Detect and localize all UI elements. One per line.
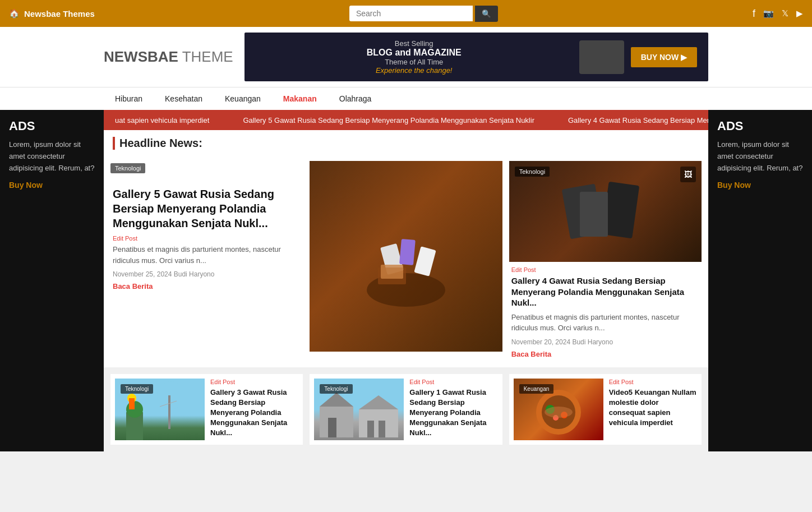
bottom-thumb-3: Keuangan	[514, 379, 603, 440]
main-layout: ADS Lorem, ipsum dolor sit amet consecte…	[0, 110, 812, 451]
banner-magazine: MAGAZINE	[413, 48, 461, 57]
brand-name: Newsbae Themes	[24, 9, 95, 19]
sidebar-right-buy-button[interactable]: Buy Now	[717, 181, 751, 190]
nav-makanan[interactable]: Makanan	[272, 87, 328, 110]
card1-author: Budi Haryono	[174, 270, 215, 278]
svg-rect-18	[328, 418, 336, 437]
card3-category: Teknologi	[515, 167, 550, 177]
top-bar: 🏠 Newsbae Themes 🔍 f 📷 𝕏 ▶	[0, 0, 812, 27]
card1-excerpt: Penatibus et magnis dis parturient monte…	[113, 244, 301, 266]
svg-marker-17	[320, 393, 353, 407]
sidebar-left-text: Lorem, ipsum dolor sit amet consectetur …	[9, 139, 95, 174]
bottom-edit-3[interactable]: Edit Post	[609, 379, 697, 385]
bottom-content-2: Edit Post Gallery 1 Gawat Rusia Sedang B…	[409, 379, 497, 439]
banner-main: BLOG and MAGAZINE	[256, 48, 573, 58]
logo-light: THEME	[178, 48, 233, 65]
bottom-img-1: Teknologi	[115, 379, 205, 440]
svg-rect-2	[399, 239, 416, 265]
card1-read-more[interactable]: Baca Berita	[113, 282, 153, 290]
logo: NEWSBAE THEME	[104, 48, 233, 66]
bottom-edit-1[interactable]: Edit Post	[210, 379, 298, 385]
card3-body: Edit Post Gallery 4 Gawat Rusia Sedang B…	[509, 262, 702, 361]
sidebar-left-buy-button[interactable]: Buy Now	[9, 181, 43, 190]
bottom-img-3: Keuangan	[514, 379, 603, 440]
svg-point-9	[157, 381, 185, 409]
card1-title: Gallery 5 Gawat Rusia Sedang Bersiap Men…	[113, 187, 301, 230]
sidebar-right: ADS Lorem, ipsum dolor sit amet consecte…	[708, 110, 812, 451]
news-card-1: Teknologi Gallery 5 Gawat Rusia Sedang B…	[110, 161, 303, 361]
bottom-edit-2[interactable]: Edit Post	[409, 379, 497, 385]
facebook-icon[interactable]: f	[753, 8, 755, 20]
card3-image: Teknologi 🖼	[509, 161, 702, 262]
ticker-item-1: uat sapien vehicula imperdiet	[115, 116, 209, 124]
search-button[interactable]: 🔍	[475, 6, 498, 22]
home-icon: 🏠	[9, 8, 20, 19]
banner-device-img	[579, 40, 624, 74]
bottom-cat-2: Teknologi	[320, 384, 352, 394]
bottom-thumb-1: Teknologi	[115, 379, 205, 440]
bottom-title-2: Gallery 1 Gawat Rusia Sedang Bersiap Men…	[409, 388, 497, 439]
ticker-bar: uat sapien vehicula imperdiet Gallery 5 …	[104, 110, 708, 130]
bottom-cat-3: Keuangan	[519, 384, 554, 394]
bottom-thumb-2: Teknologi	[314, 379, 404, 440]
instagram-icon[interactable]: 📷	[763, 8, 774, 19]
sidebar-left-title: ADS	[9, 119, 95, 133]
banner-blog: BLOG	[367, 48, 393, 57]
card2-img-svg	[350, 200, 462, 312]
svg-rect-3	[414, 246, 436, 276]
section-title: Headline News:	[113, 137, 699, 150]
card1-category: Teknologi	[110, 163, 145, 173]
card3-img-svg	[560, 175, 650, 248]
twitter-icon[interactable]: 𝕏	[782, 8, 788, 19]
logo-bold: NEWSBAE	[104, 48, 178, 65]
nav-kesehatan[interactable]: Kesehatan	[154, 87, 214, 110]
youtube-icon[interactable]: ▶	[796, 8, 803, 19]
banner-buy-button[interactable]: BUY NOW ▶	[631, 47, 697, 67]
banner-ad: Best Selling BLOG and MAGAZINE Theme of …	[244, 33, 708, 81]
card3-title: Gallery 4 Gawat Rusia Sedang Bersiap Men…	[511, 275, 699, 308]
svg-rect-21	[367, 421, 374, 437]
card3-meta: November 20, 2024 Budi Haryono	[511, 338, 699, 346]
svg-rect-22	[379, 421, 385, 437]
search-input[interactable]	[349, 6, 473, 21]
bottom-content-1: Edit Post Gallery 3 Gawat Rusia Sedang B…	[210, 379, 298, 439]
svg-rect-8	[580, 192, 608, 237]
card3-author: Budi Haryono	[572, 338, 613, 346]
svg-rect-10	[168, 395, 170, 429]
svg-rect-15	[129, 398, 135, 409]
card3-excerpt: Penatibus et magnis dis parturient monte…	[511, 312, 699, 334]
bottom-title-3: Video5 Keuangan Nullam molestie dolor co…	[609, 388, 697, 428]
sidebar-right-title: ADS	[717, 119, 803, 133]
news-card-2	[310, 161, 502, 361]
bottom-title-1: Gallery 3 Gawat Rusia Sedang Bersiap Men…	[210, 388, 298, 439]
card1-edit-link[interactable]: Edit Post	[113, 235, 301, 242]
nav-olahraga[interactable]: Olahraga	[328, 87, 383, 110]
header-area: NEWSBAE THEME Best Selling BLOG and MAGA…	[0, 27, 812, 87]
ticker-item-2: Gallery 5 Gawat Rusia Sedang Bersiap Men…	[243, 116, 534, 124]
card2-image	[310, 161, 502, 352]
sidebar-right-text: Lorem, ipsum dolor sit amet consectetur …	[717, 139, 803, 174]
card1-body: Gallery 5 Gawat Rusia Sedang Bersiap Men…	[110, 182, 303, 293]
section-header: Headline News:	[104, 130, 708, 154]
card3-edit-link[interactable]: Edit Post	[511, 266, 699, 273]
search-area: 🔍	[349, 6, 498, 22]
banner-and: and	[395, 48, 413, 57]
content-area: uat sapien vehicula imperdiet Gallery 5 …	[104, 110, 708, 451]
svg-marker-20	[359, 395, 398, 409]
banner-sub2: Theme of All Time	[256, 58, 573, 66]
card3-date: November 20, 2024	[511, 338, 570, 346]
card1-meta: November 25, 2024 Budi Haryono	[113, 270, 301, 278]
banner-tagline: Experience the change!	[256, 66, 573, 75]
nav-hiburan[interactable]: Hiburan	[104, 87, 154, 110]
nav-keuangan[interactable]: Keuangan	[214, 87, 272, 110]
bottom-news-item-2: Teknologi Edit Post	[310, 374, 502, 445]
card3-read-more[interactable]: Baca Berita	[511, 350, 552, 358]
bottom-news-grid: Teknologi Edit Post	[104, 367, 708, 451]
svg-rect-5	[381, 265, 403, 279]
ticker-content: uat sapien vehicula imperdiet Gallery 5 …	[104, 116, 708, 124]
banner-sub: Best Selling	[256, 39, 573, 48]
nav-menu: Hiburan Kesehatan Keuangan Makanan Olahr…	[0, 87, 812, 110]
news-card-3: Teknologi 🖼 Edit Post Gallery 4 Gawat Ru…	[509, 161, 702, 361]
brand-area: 🏠 Newsbae Themes	[9, 8, 95, 19]
bottom-news-item-3: Keuangan Edit Post Video5 Keuangan	[509, 374, 702, 445]
